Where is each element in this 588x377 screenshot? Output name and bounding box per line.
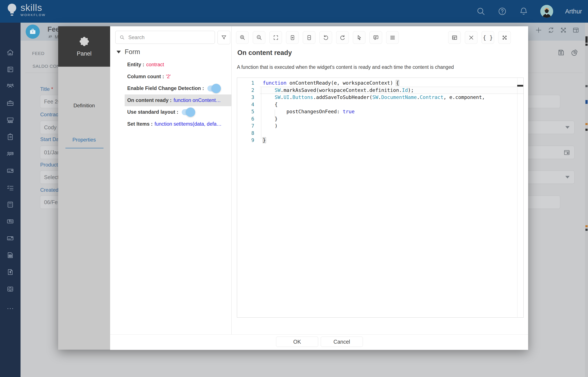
- editor-description: A function that is executed when the wid…: [237, 64, 454, 70]
- members-icon: [48, 34, 53, 40]
- property-search[interactable]: [115, 31, 215, 44]
- bg-field-label: Title *: [40, 86, 53, 92]
- prop-on-content-ready[interactable]: On content ready : function onContent…: [125, 94, 231, 106]
- code-line[interactable]: 7 ): [237, 122, 523, 130]
- editor-view-toolbar: { }: [448, 31, 511, 44]
- prop-entity[interactable]: Entity : contract: [125, 59, 231, 71]
- puzzle-icon: [79, 36, 90, 47]
- tab-feed[interactable]: FEED: [32, 51, 45, 56]
- record-avatar-briefcase-icon: [26, 24, 40, 39]
- undo-button[interactable]: [319, 31, 332, 44]
- calendar-icon: [563, 149, 570, 156]
- prop-column-count[interactable]: Column count : '2': [125, 71, 231, 83]
- page-scrollbar[interactable]: [585, 23, 588, 377]
- record-title: Fee: [48, 25, 60, 33]
- prop-field-change-detection[interactable]: Enable Field Change Detection :: [125, 82, 231, 94]
- nav-clipboard[interactable]: [0, 130, 21, 143]
- prop-set-items[interactable]: Set Items : function setItems(data, defa…: [125, 118, 231, 130]
- help-icon[interactable]: [498, 7, 507, 16]
- editor-toolbar: [236, 31, 399, 44]
- search-input[interactable]: [128, 34, 206, 41]
- pie-chart-icon[interactable]: [570, 49, 578, 56]
- user-name[interactable]: Arthur: [565, 8, 582, 15]
- nav-card[interactable]: [0, 164, 21, 177]
- nav-home[interactable]: [0, 46, 21, 59]
- editor-title: On content ready: [237, 49, 292, 57]
- editor-scrollbar[interactable]: [517, 78, 517, 317]
- form-section-header[interactable]: Form: [117, 48, 140, 56]
- layout-icon[interactable]: [572, 26, 579, 34]
- record-actions: [535, 26, 579, 34]
- nav-briefcase[interactable]: [0, 97, 21, 110]
- side-nav: [0, 23, 21, 377]
- user-avatar[interactable]: [540, 5, 553, 18]
- nav-calculator[interactable]: [0, 198, 21, 211]
- ok-button[interactable]: OK: [276, 337, 318, 347]
- nav-people[interactable]: [0, 80, 21, 93]
- menu-button[interactable]: [386, 31, 399, 44]
- braces-icon: { }: [483, 35, 493, 40]
- table-view-button[interactable]: [448, 31, 461, 44]
- code-lines: 1function onContentReady(e, workspaceCon…: [237, 80, 523, 144]
- expand-icon[interactable]: [560, 26, 567, 34]
- tab-definition[interactable]: Definition: [58, 103, 110, 108]
- expand-block-button[interactable]: [286, 31, 299, 44]
- code-line[interactable]: 8: [237, 130, 523, 137]
- pointer-button[interactable]: [353, 31, 365, 44]
- collapse-block-button[interactable]: [303, 31, 315, 44]
- filter-icon: [221, 35, 227, 41]
- code-line[interactable]: 4 {: [237, 101, 523, 108]
- code-line[interactable]: 1function onContentReady(e, workspaceCon…: [237, 80, 523, 87]
- code-view-button[interactable]: { }: [481, 31, 494, 44]
- panel-editor-modal: Panel Definition Properties Form Entity …: [58, 26, 528, 350]
- toggle-on[interactable]: [207, 85, 219, 92]
- editor-scrollbar-thumb[interactable]: [517, 85, 523, 87]
- cancel-button[interactable]: Cancel: [321, 337, 363, 347]
- nav-more[interactable]: [0, 302, 21, 315]
- save-icon[interactable]: [557, 49, 565, 56]
- redo-button[interactable]: [336, 31, 349, 44]
- widget-header: Panel: [58, 26, 110, 67]
- close-button[interactable]: [465, 31, 478, 44]
- nav-meeting[interactable]: [0, 114, 21, 127]
- modal-side-tabs: Definition Properties: [58, 67, 110, 350]
- maximize-button[interactable]: [498, 31, 511, 44]
- nav-sales[interactable]: [0, 147, 21, 160]
- add-icon[interactable]: [535, 26, 542, 34]
- code-editor-pane: { } On content ready A function that is …: [232, 26, 528, 334]
- zoom-in-button[interactable]: [236, 31, 249, 44]
- lightbulb-icon: [6, 3, 18, 16]
- nav-bank-doc[interactable]: [0, 249, 21, 262]
- brand-name: skills: [21, 3, 46, 12]
- brand-logo[interactable]: skills WORKFLOW: [6, 3, 46, 16]
- nav-checklist[interactable]: [0, 181, 21, 194]
- bg-field-label: Product: [40, 162, 58, 168]
- screen: skills WORKFLOW Arthur: [0, 0, 588, 377]
- bell-icon[interactable]: [519, 7, 528, 16]
- tab-properties[interactable]: Properties: [58, 137, 110, 143]
- code-editor[interactable]: 1function onContentReady(e, workspaceCon…: [237, 78, 524, 318]
- code-line[interactable]: 5 postChangesOnFeed: true: [237, 108, 523, 115]
- chevron-down-icon: [565, 126, 570, 129]
- code-line[interactable]: 9}: [237, 137, 523, 144]
- bg-field-label: Contract: [40, 112, 60, 118]
- refresh-icon[interactable]: [547, 26, 555, 34]
- toggle-on[interactable]: [182, 109, 194, 115]
- code-line[interactable]: 2 SW.markAsSaved(workspaceContext.defini…: [237, 87, 523, 94]
- fit-view-button[interactable]: [269, 31, 282, 44]
- nav-payments[interactable]: [0, 215, 21, 228]
- property-list: Entity : contract Column count : '2' Ena…: [125, 59, 231, 130]
- nav-invoice[interactable]: [0, 266, 21, 279]
- nav-archive[interactable]: [0, 283, 21, 295]
- filter-button[interactable]: [217, 31, 230, 44]
- code-line[interactable]: 6 }: [237, 115, 523, 123]
- search-icon[interactable]: [476, 7, 486, 16]
- search-icon: [119, 35, 125, 40]
- zoom-out-button[interactable]: [253, 31, 265, 44]
- code-line[interactable]: 3 SW.UI.Buttons.addSaveToSubHeader(SW.Do…: [237, 94, 523, 101]
- nav-ledger[interactable]: [0, 63, 21, 76]
- comment-button[interactable]: [370, 31, 382, 44]
- prop-use-standard-layout[interactable]: Use standard layout :: [125, 106, 231, 118]
- chevron-down-icon: [565, 176, 570, 178]
- nav-card-alt[interactable]: [0, 232, 21, 245]
